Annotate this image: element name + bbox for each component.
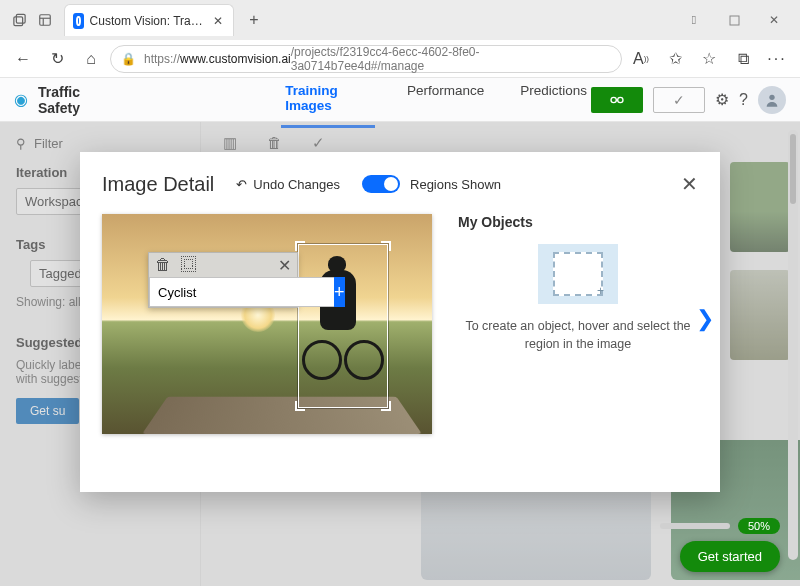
close-popup-icon[interactable]: ✕: [278, 256, 291, 275]
resize-handle-tr[interactable]: [381, 241, 391, 251]
favorite-star-icon[interactable]: ✩: [660, 44, 690, 74]
tab-training-images[interactable]: Training Images: [281, 71, 375, 128]
collections-icon[interactable]: ⧉: [728, 44, 758, 74]
refresh-button[interactable]: ↻: [42, 44, 72, 74]
maximize-button[interactable]: [714, 5, 754, 35]
read-aloud-icon[interactable]: A)): [626, 44, 656, 74]
lock-icon: 🔒: [121, 52, 136, 66]
tab-performance[interactable]: Performance: [403, 71, 488, 128]
resize-handle-br[interactable]: [381, 401, 391, 411]
modal-title: Image Detail: [102, 173, 214, 196]
tab-predictions[interactable]: Predictions: [516, 71, 591, 128]
undo-icon: ↶: [236, 177, 247, 192]
url-path: /projects/f2319cc4-6ecc-4602-8fe0-3a0714…: [291, 45, 611, 73]
favicon-icon: [73, 13, 84, 29]
svg-rect-5: [730, 16, 739, 25]
get-started-button[interactable]: Get started: [680, 541, 780, 572]
quick-test-button[interactable]: ✓: [653, 87, 705, 113]
progress-track: [660, 523, 730, 529]
project-name: Traffic Safety: [38, 84, 121, 116]
create-object-hint: To create an object, hover and select th…: [458, 318, 698, 353]
progress-badge: 50%: [738, 518, 780, 534]
new-tab-button[interactable]: +: [240, 11, 268, 29]
profile-icon[interactable]: [6, 7, 32, 33]
region-bounding-box[interactable]: [298, 244, 388, 408]
train-button[interactable]: [591, 87, 643, 113]
home-button[interactable]: ⌂: [76, 44, 106, 74]
object-placeholder[interactable]: +: [538, 244, 618, 304]
more-menu[interactable]: ···: [762, 44, 792, 74]
undo-label: Undo Changes: [253, 177, 340, 192]
settings-icon[interactable]: ⚙: [715, 90, 729, 109]
svg-point-6: [611, 97, 616, 102]
next-image-button[interactable]: ❯: [696, 306, 714, 332]
app-header: ◉ Traffic Safety Training Images Perform…: [0, 78, 800, 122]
regions-shown-label: Regions Shown: [410, 177, 501, 192]
tab-close-icon[interactable]: ✕: [213, 14, 223, 28]
resize-handle-bl[interactable]: [295, 401, 305, 411]
tag-input[interactable]: [149, 277, 334, 307]
image-detail-modal: Image Detail ↶ Undo Changes Regions Show…: [80, 152, 720, 492]
svg-rect-0: [13, 16, 22, 25]
favorites-bar-icon[interactable]: ☆: [694, 44, 724, 74]
url-host: www.customvision.ai: [180, 52, 291, 66]
resize-handle-tl[interactable]: [295, 241, 305, 251]
svg-rect-2: [40, 15, 51, 26]
workspaces-icon[interactable]: [32, 7, 58, 33]
add-tag-button[interactable]: +: [334, 277, 345, 307]
svg-point-9: [769, 94, 774, 99]
url-input[interactable]: 🔒 https:// www.customvision.ai /projects…: [110, 45, 622, 73]
tab-title: Custom Vision: Traffic Safety - Tr: [90, 14, 205, 28]
undo-button[interactable]: ↶ Undo Changes: [236, 177, 340, 192]
minimize-button[interactable]: 􀅽: [674, 5, 714, 35]
image-canvas[interactable]: 🗑 ⿴ ✕ +: [102, 214, 432, 434]
my-objects-heading: My Objects: [458, 214, 698, 230]
browser-titlebar: Custom Vision: Traffic Safety - Tr ✕ + 􀅽…: [0, 0, 800, 40]
add-object-icon: +: [597, 284, 604, 298]
help-icon[interactable]: ?: [739, 91, 748, 109]
close-modal-button[interactable]: ✕: [681, 172, 698, 196]
window-controls: 􀅽 ✕: [674, 5, 794, 35]
region-tool-icon[interactable]: ⿴: [181, 256, 197, 274]
regions-shown-toggle[interactable]: [362, 175, 400, 193]
tag-popup: 🗑 ⿴ ✕ +: [148, 252, 298, 308]
objects-panel: My Objects + To create an object, hover …: [458, 214, 698, 434]
user-avatar[interactable]: [758, 86, 786, 114]
url-protocol: https://: [144, 52, 180, 66]
browser-tab[interactable]: Custom Vision: Traffic Safety - Tr ✕: [64, 4, 234, 36]
close-window-button[interactable]: ✕: [754, 5, 794, 35]
svg-point-7: [618, 97, 623, 102]
delete-region-icon[interactable]: 🗑: [155, 256, 171, 274]
back-button[interactable]: ←: [8, 44, 38, 74]
svg-rect-1: [16, 14, 25, 23]
custom-vision-logo-icon: ◉: [14, 90, 28, 109]
